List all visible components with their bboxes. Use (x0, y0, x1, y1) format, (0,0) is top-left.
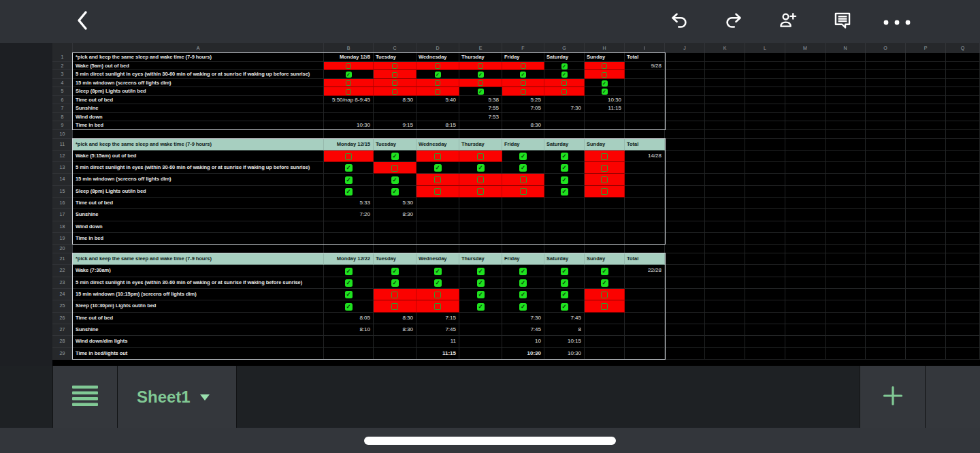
cell-J5[interactable] (665, 87, 705, 96)
cell-N7[interactable] (826, 104, 866, 113)
cell-I28[interactable] (625, 336, 665, 347)
cell-M4[interactable] (785, 79, 826, 88)
cell-B18[interactable] (324, 221, 374, 233)
cell-H29[interactable] (585, 348, 625, 360)
cell-L5[interactable] (745, 87, 785, 96)
cell-K3[interactable] (705, 70, 745, 79)
cell-D2[interactable] (416, 62, 459, 71)
cell-E22[interactable]: ✓ (459, 265, 502, 277)
cell-E27[interactable] (459, 324, 502, 336)
sheets-menu-button[interactable] (53, 366, 117, 428)
cell-G22[interactable]: ✓ (544, 265, 585, 277)
cell-E7[interactable]: 7:55 (459, 104, 502, 113)
cell-K15[interactable] (705, 186, 745, 198)
cell-O20[interactable] (866, 245, 906, 253)
cell-H6[interactable]: 10:30 (585, 96, 625, 105)
cell-M3[interactable] (785, 70, 826, 79)
cell-C28[interactable] (374, 336, 416, 347)
cell-K8[interactable] (705, 113, 745, 122)
cell-L12[interactable] (745, 151, 785, 162)
cell-C26[interactable]: 8:30 (374, 313, 416, 324)
cell-M24[interactable] (785, 289, 826, 300)
cell-J15[interactable] (665, 186, 705, 198)
cell-E25[interactable]: ✓ (459, 300, 502, 312)
cell-M1[interactable] (785, 53, 826, 62)
cell-O2[interactable] (866, 62, 906, 71)
cell-M18[interactable] (785, 221, 826, 233)
cell-N1[interactable] (826, 53, 866, 62)
cell-H20[interactable] (585, 245, 625, 253)
cell-N19[interactable] (826, 233, 866, 245)
cell-B24[interactable]: ✓ (324, 289, 374, 300)
column-header-H[interactable]: H (585, 43, 625, 53)
cell-J28[interactable] (665, 336, 705, 347)
row-header-27[interactable]: 27 (52, 324, 73, 336)
cell-K4[interactable] (705, 79, 745, 88)
cell-A9[interactable]: Time in bed (73, 121, 324, 130)
cell-M29[interactable] (785, 348, 826, 360)
cell-A15[interactable]: Sleep (8pm) Lights out/in bed (73, 186, 324, 198)
cell-M20[interactable] (785, 245, 826, 253)
cell-P21[interactable] (906, 253, 946, 265)
cell-N14[interactable] (826, 174, 866, 185)
cell-M14[interactable] (785, 174, 826, 185)
cell-J17[interactable] (665, 209, 705, 221)
cell-B11[interactable]: Monday 12/15 (324, 139, 374, 151)
cell-O21[interactable] (866, 253, 906, 265)
cell-D3[interactable]: ✓ (416, 70, 459, 79)
cell-Q2[interactable] (946, 62, 980, 71)
cell-N20[interactable] (826, 245, 866, 253)
cell-K2[interactable] (705, 62, 745, 71)
cell-M17[interactable] (785, 209, 826, 221)
cell-M16[interactable] (785, 198, 826, 209)
cell-F25[interactable]: ✓ (502, 300, 544, 312)
cell-O12[interactable] (866, 151, 906, 162)
cell-O17[interactable] (866, 209, 906, 221)
cell-K9[interactable] (705, 121, 745, 130)
cell-P28[interactable] (906, 336, 946, 347)
cell-F4[interactable] (502, 79, 544, 88)
cell-K25[interactable] (705, 300, 745, 312)
cell-P2[interactable] (906, 62, 946, 71)
cell-L14[interactable] (745, 174, 785, 185)
cell-K21[interactable] (705, 253, 745, 265)
cell-Q23[interactable] (946, 277, 980, 289)
cell-P27[interactable] (906, 324, 946, 336)
cell-B21[interactable]: Monday 12/22 (324, 253, 374, 265)
cell-F5[interactable] (502, 87, 544, 96)
cell-P4[interactable] (906, 79, 946, 88)
cell-K17[interactable] (705, 209, 745, 221)
cell-E8[interactable]: 7:53 (459, 113, 502, 122)
cell-F9[interactable]: 8:30 (502, 121, 544, 130)
cell-I15[interactable] (625, 186, 665, 198)
cell-I26[interactable] (625, 313, 665, 324)
row-header-18[interactable]: 18 (52, 221, 73, 233)
cell-K12[interactable] (705, 151, 745, 162)
cell-C12[interactable]: ✓ (374, 151, 416, 162)
cell-J26[interactable] (665, 313, 705, 324)
cell-A17[interactable]: Sunshine (73, 209, 324, 221)
cell-B5[interactable] (324, 87, 374, 96)
cell-I29[interactable] (625, 348, 665, 360)
row-header-16[interactable]: 16 (52, 198, 73, 209)
cell-L17[interactable] (745, 209, 785, 221)
cell-J9[interactable] (665, 121, 705, 130)
cell-C15[interactable]: ✓ (374, 186, 416, 198)
column-header-I[interactable]: I (625, 43, 665, 53)
row-header-22[interactable]: 22 (52, 265, 73, 277)
cell-H2[interactable] (585, 62, 625, 71)
cell-I7[interactable] (625, 104, 665, 113)
cell-D24[interactable] (416, 289, 459, 300)
column-header-K[interactable]: K (705, 43, 745, 53)
cell-J24[interactable] (665, 289, 705, 300)
cell-N11[interactable] (826, 139, 866, 151)
cell-N24[interactable] (826, 289, 866, 300)
cell-K22[interactable] (705, 265, 745, 277)
cell-D4[interactable] (416, 79, 459, 88)
cell-O5[interactable] (866, 87, 906, 96)
cell-G15[interactable]: ✓ (544, 186, 585, 198)
cell-E20[interactable] (459, 245, 502, 253)
cell-I16[interactable] (625, 198, 665, 209)
cell-B23[interactable]: ✓ (324, 277, 374, 289)
cell-A28[interactable]: Wind down/dim lights (73, 336, 324, 347)
